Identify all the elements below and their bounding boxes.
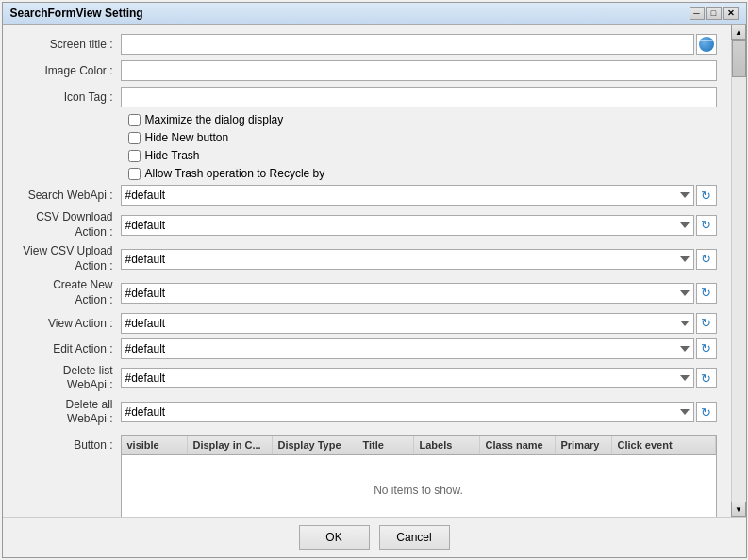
search-webapi-group: #default ↻ <box>121 185 717 206</box>
create-new-action-refresh-button[interactable]: ↻ <box>696 283 717 304</box>
allow-trash-recycle-label: Allow Trash operation to Recycle by <box>145 167 325 180</box>
settings-window: SearchFormView Setting ─ □ ✕ Screen titl… <box>2 2 747 558</box>
checkbox-row-3: Hide Trash <box>17 149 717 162</box>
maximize-dialog-checkbox[interactable] <box>128 114 141 126</box>
delete-list-webapi-select[interactable]: #default <box>121 368 694 388</box>
screen-title-input-group <box>121 34 717 55</box>
button-table-section: Button : visible Display in C... Display… <box>17 435 717 517</box>
csv-download-label: CSV DownloadAction : <box>17 210 121 239</box>
screen-title-row: Screen title : <box>17 34 717 55</box>
delete-all-webapi-label: Delete allWebApi : <box>17 398 121 427</box>
delete-all-webapi-row: Delete allWebApi : #default ↻ <box>17 398 717 427</box>
view-csv-upload-label: View CSV UploadAction : <box>17 244 121 273</box>
minimize-button[interactable]: ─ <box>690 7 705 20</box>
delete-all-webapi-select[interactable]: #default <box>121 402 694 422</box>
maximize-button[interactable]: □ <box>706 7 722 20</box>
image-color-label: Image Color : <box>17 64 121 77</box>
create-new-action-group: #default ↻ <box>121 283 717 304</box>
table-empty-message: No items to show. <box>122 455 716 517</box>
screen-title-globe-button[interactable] <box>696 34 717 55</box>
view-action-select[interactable]: #default <box>121 313 694 334</box>
checkbox-row-1: Maximize the dialog display <box>17 113 717 126</box>
col-class-name: Class name <box>480 436 556 454</box>
view-action-refresh-button[interactable]: ↻ <box>696 313 717 334</box>
screen-title-label: Screen title : <box>17 38 121 51</box>
view-action-label: View Action : <box>17 317 121 330</box>
col-labels: Labels <box>414 436 480 454</box>
delete-all-webapi-group: #default ↻ <box>121 402 717 422</box>
edit-action-row: Edit Action : #default ↻ <box>17 338 717 359</box>
hide-trash-checkbox[interactable] <box>128 150 141 162</box>
col-visible: visible <box>122 436 188 454</box>
view-csv-upload-group: #default ↻ <box>121 249 717 270</box>
hide-trash-label: Hide Trash <box>145 149 200 162</box>
csv-download-select[interactable]: #default <box>121 215 694 236</box>
table-header: visible Display in C... Display Type Tit… <box>122 436 716 455</box>
icon-tag-input[interactable] <box>121 87 717 107</box>
search-webapi-select[interactable]: #default <box>121 185 694 206</box>
icon-tag-label: Icon Tag : <box>17 91 121 104</box>
delete-list-webapi-label: Delete listWebApi : <box>17 364 121 393</box>
scrollbar[interactable]: ▲ ▼ <box>731 25 746 517</box>
edit-action-refresh-button[interactable]: ↻ <box>696 338 717 359</box>
col-click-event: Click event <box>612 436 716 454</box>
csv-download-group: #default ↻ <box>121 215 717 236</box>
col-primary: Primary <box>556 436 612 454</box>
view-csv-upload-select[interactable]: #default <box>121 249 694 270</box>
footer: OK Cancel <box>3 517 746 557</box>
search-webapi-label: Search WebApi : <box>17 189 121 202</box>
cancel-button[interactable]: Cancel <box>379 525 450 550</box>
hide-new-button-checkbox[interactable] <box>128 132 141 144</box>
image-color-row: Image Color : <box>17 60 717 81</box>
scroll-thumb[interactable] <box>732 40 746 77</box>
scroll-up-button[interactable]: ▲ <box>731 25 746 40</box>
delete-list-webapi-group: #default ↻ <box>121 368 717 388</box>
delete-list-webapi-refresh-button[interactable]: ↻ <box>696 368 717 388</box>
create-new-action-label: Create NewAction : <box>17 278 121 307</box>
delete-all-webapi-refresh-button[interactable]: ↻ <box>696 402 717 422</box>
col-title: Title <box>357 436 414 454</box>
screen-title-input[interactable] <box>121 34 694 55</box>
csv-download-refresh-button[interactable]: ↻ <box>696 215 717 236</box>
view-action-group: #default ↻ <box>121 313 717 334</box>
image-color-input[interactable] <box>121 60 717 81</box>
hide-new-button-label: Hide New button <box>145 131 229 144</box>
content-area: Screen title : Image Color : Icon Tag : <box>3 25 746 517</box>
icon-tag-row: Icon Tag : <box>17 87 717 107</box>
button-table-label: Button : <box>17 435 121 452</box>
main-content: Screen title : Image Color : Icon Tag : <box>3 25 731 517</box>
edit-action-label: Edit Action : <box>17 342 121 355</box>
checkbox-row-2: Hide New button <box>17 131 717 144</box>
maximize-dialog-label: Maximize the dialog display <box>145 113 284 126</box>
csv-download-row: CSV DownloadAction : #default ↻ <box>17 210 717 239</box>
create-new-action-row: Create NewAction : #default ↻ <box>17 278 717 307</box>
button-table: visible Display in C... Display Type Tit… <box>121 435 717 517</box>
checkbox-row-4: Allow Trash operation to Recycle by <box>17 167 717 180</box>
col-display-in-c: Display in C... <box>188 436 273 454</box>
edit-action-select[interactable]: #default <box>121 338 694 359</box>
globe-icon <box>699 37 714 52</box>
scroll-track <box>732 40 746 502</box>
edit-action-group: #default ↻ <box>121 338 717 359</box>
ok-button[interactable]: OK <box>299 525 370 550</box>
scroll-down-button[interactable]: ▼ <box>731 502 746 517</box>
view-action-row: View Action : #default ↻ <box>17 313 717 334</box>
window-title: SearchFormView Setting <box>10 7 143 20</box>
search-webapi-refresh-button[interactable]: ↻ <box>696 185 717 206</box>
create-new-action-select[interactable]: #default <box>121 283 694 304</box>
title-bar-buttons: ─ □ ✕ <box>690 7 739 20</box>
close-button[interactable]: ✕ <box>723 7 739 20</box>
col-display-type: Display Type <box>273 436 357 454</box>
view-csv-upload-row: View CSV UploadAction : #default ↻ <box>17 244 717 273</box>
allow-trash-recycle-checkbox[interactable] <box>128 168 141 180</box>
view-csv-upload-refresh-button[interactable]: ↻ <box>696 249 717 270</box>
search-webapi-row: Search WebApi : #default ↻ <box>17 185 717 206</box>
title-bar: SearchFormView Setting ─ □ ✕ <box>3 3 746 25</box>
delete-list-webapi-row: Delete listWebApi : #default ↻ <box>17 364 717 393</box>
